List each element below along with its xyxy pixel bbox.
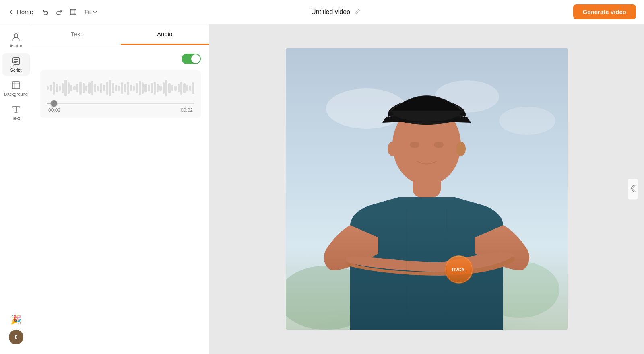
- celebration-icon[interactable]: 🎉: [10, 315, 21, 325]
- waveform-bar: [189, 86, 191, 91]
- waveform-bar: [151, 83, 153, 93]
- audio-toggle[interactable]: [182, 54, 201, 64]
- topbar: Home Fit: [0, 0, 644, 24]
- time-start: 00:02: [48, 107, 60, 113]
- sidebar-item-text[interactable]: Text: [2, 101, 30, 124]
- pencil-icon: [355, 8, 361, 14]
- waveform-bar: [118, 86, 120, 91]
- main-content: Avatar Script Background Text: [0, 24, 644, 354]
- waveform-bar: [183, 83, 185, 93]
- waveform-bar: [79, 82, 81, 95]
- waveform-bar: [165, 80, 167, 96]
- script-icon: [11, 56, 21, 66]
- background-icon: [11, 80, 21, 90]
- waveform-bar: [178, 84, 180, 92]
- waveform-bar: [88, 82, 90, 94]
- video-title: Untitled video: [311, 8, 350, 16]
- video-preview: RVCA: [286, 48, 568, 330]
- tab-audio[interactable]: Audio: [121, 24, 209, 45]
- waveform-bar: [154, 82, 156, 95]
- waveform-bar: [124, 84, 126, 92]
- edit-title-button[interactable]: [353, 7, 362, 17]
- svg-point-11: [499, 107, 555, 135]
- home-button[interactable]: Home: [8, 8, 33, 15]
- frame-icon-btn[interactable]: [67, 6, 80, 19]
- preview-area: RVCA: [209, 24, 644, 354]
- waveform-bar: [163, 82, 165, 94]
- time-end: 00:02: [181, 107, 193, 113]
- audio-toggle-row: [40, 54, 201, 64]
- waveform-bar: [174, 86, 176, 91]
- topbar-left: Home Fit: [8, 6, 101, 19]
- waveform-bar: [70, 85, 72, 91]
- waveform-bar: [85, 86, 87, 91]
- person-preview-image: RVCA: [286, 48, 568, 330]
- undo-icon: [42, 8, 49, 16]
- waveform-bar: [157, 84, 159, 92]
- waveform-bar: [130, 85, 132, 91]
- waveform-bar: [142, 82, 144, 94]
- waveform-bar: [91, 81, 93, 95]
- waveform-bar: [53, 82, 55, 95]
- redo-button[interactable]: [53, 6, 65, 18]
- waveform-bar: [97, 86, 99, 91]
- text-icon: [11, 105, 21, 114]
- waveform-bar: [59, 86, 61, 91]
- progress-slider[interactable]: [47, 103, 194, 104]
- topbar-actions: Fit: [39, 6, 101, 19]
- fit-button[interactable]: Fit: [81, 6, 101, 18]
- undo-button[interactable]: [39, 6, 52, 18]
- svg-point-16: [388, 142, 397, 156]
- waveform-bar: [144, 84, 147, 92]
- waveform-bar: [68, 82, 70, 94]
- waveform-bar: [83, 83, 85, 93]
- waveform-bar: [136, 83, 138, 93]
- collapse-panel-button[interactable]: [628, 179, 638, 200]
- waveform-bar: [73, 86, 75, 90]
- panel-tabs: Text Audio: [32, 24, 209, 45]
- waveform-bar: [56, 84, 58, 92]
- tab-text[interactable]: Text: [32, 24, 121, 45]
- fit-label: Fit: [85, 9, 91, 15]
- waveform-bar: [50, 85, 52, 91]
- waveform-bar: [62, 83, 64, 93]
- sidebar-avatar-label: Avatar: [10, 43, 23, 48]
- progress-thumb[interactable]: [51, 100, 57, 107]
- svg-rect-0: [70, 9, 76, 15]
- back-icon: [8, 9, 14, 15]
- user-avatar[interactable]: t: [9, 330, 23, 344]
- waveform-bar: [127, 82, 129, 95]
- audio-panel: 00:02 00:02: [32, 45, 209, 354]
- waveform-bar: [112, 83, 114, 93]
- topbar-center: Untitled video: [311, 7, 362, 17]
- sidebar-text-label: Text: [12, 116, 20, 121]
- waveform-bar: [186, 85, 188, 91]
- collapse-icon: [630, 182, 636, 195]
- waveform-bar: [94, 84, 96, 92]
- sidebar-item-script[interactable]: Script: [2, 53, 30, 76]
- waveform-bar: [159, 86, 161, 91]
- svg-point-17: [456, 142, 466, 156]
- sidebar-bottom: 🎉 t: [9, 315, 23, 349]
- svg-point-14: [410, 142, 419, 148]
- waveform-bar: [171, 85, 173, 91]
- svg-text:RVCA: RVCA: [452, 267, 464, 272]
- home-label: Home: [17, 8, 33, 15]
- waveform-bar: [192, 82, 194, 94]
- waveform-bar: [103, 85, 105, 91]
- waveform-bar: [121, 82, 123, 94]
- waveform-bar: [100, 83, 102, 93]
- generate-video-button[interactable]: Generate video: [573, 4, 636, 19]
- sidebar-item-avatar[interactable]: Avatar: [2, 29, 30, 51]
- sidebar-item-background[interactable]: Background: [2, 77, 30, 100]
- waveform: [47, 78, 194, 98]
- redo-icon: [56, 8, 63, 16]
- time-labels: 00:02 00:02: [47, 107, 194, 113]
- waveform-bar: [168, 83, 170, 93]
- sidebar-background-label: Background: [4, 92, 28, 97]
- progress-track: [47, 103, 194, 104]
- sidebar: Avatar Script Background Text: [0, 24, 32, 354]
- waveform-bar: [109, 80, 111, 96]
- svg-rect-4: [12, 82, 20, 89]
- waveform-bar: [106, 82, 108, 95]
